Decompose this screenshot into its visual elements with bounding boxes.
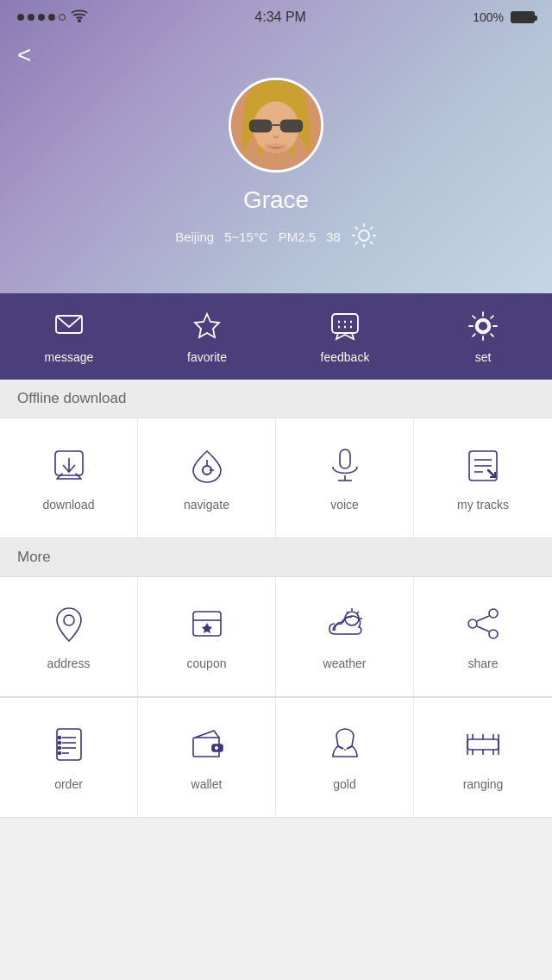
grid-item-navigate[interactable]: navigate <box>138 418 276 537</box>
svg-point-63 <box>215 746 218 750</box>
coupon-icon <box>186 603 228 644</box>
grid-item-wallet[interactable]: wallet <box>138 698 276 817</box>
grid-item-voice[interactable]: voice <box>276 418 414 537</box>
tab-feedback-label: feedback <box>321 350 370 364</box>
svg-rect-5 <box>280 119 303 132</box>
battery-icon <box>511 11 535 23</box>
temp-label: 5~15°C <box>224 229 268 244</box>
feedback-icon <box>328 309 362 343</box>
weather-icon <box>324 603 366 644</box>
svg-rect-4 <box>249 119 272 132</box>
signal-dots <box>17 14 66 21</box>
user-name: Grace <box>243 186 309 214</box>
svg-point-8 <box>359 230 369 241</box>
svg-text:$: $ <box>342 747 348 757</box>
offline-download-header: Offline download <box>0 380 552 418</box>
grid-item-ranging[interactable]: ranging <box>414 698 552 817</box>
order-icon <box>48 724 90 765</box>
svg-line-52 <box>477 626 489 631</box>
svg-rect-19 <box>332 314 358 333</box>
more-grid-row1: address coupon w <box>0 576 552 697</box>
svg-line-16 <box>355 242 358 244</box>
weather-info: Beijing 5~15°C PM2.5 38 <box>175 223 377 251</box>
svg-line-51 <box>477 616 489 621</box>
svg-point-43 <box>345 612 359 625</box>
navigate-icon <box>186 444 228 486</box>
svg-point-49 <box>489 630 498 638</box>
wallet-icon <box>186 724 228 765</box>
pm-label: PM2.5 <box>279 229 316 244</box>
voice-label: voice <box>330 498 359 512</box>
offline-download-grid: download navigate voice <box>0 418 552 538</box>
tab-favorite[interactable]: favorite <box>138 309 276 364</box>
grid-item-weather[interactable]: weather <box>276 577 414 696</box>
favorite-icon <box>190 309 224 343</box>
svg-point-48 <box>489 609 498 618</box>
svg-point-58 <box>58 737 60 739</box>
tab-set[interactable]: set <box>414 309 552 364</box>
more-grid-row2: order wallet $ gold <box>0 697 552 818</box>
svg-point-7 <box>261 142 291 155</box>
svg-rect-53 <box>57 729 81 760</box>
status-bar: 4:34 PM 100% <box>0 0 552 35</box>
tab-feedback[interactable]: feedback <box>276 309 414 364</box>
wifi-icon <box>71 9 88 26</box>
grid-item-coupon[interactable]: coupon <box>138 577 276 696</box>
svg-point-59 <box>58 742 60 744</box>
download-label: download <box>43 498 95 512</box>
tab-bar: message favorite feedback <box>0 293 552 380</box>
pm-value: 38 <box>326 229 341 244</box>
svg-line-14 <box>370 242 373 244</box>
svg-line-15 <box>370 226 373 229</box>
svg-point-50 <box>468 619 477 628</box>
signal-dot-3 <box>38 14 45 21</box>
tab-favorite-label: favorite <box>187 350 227 364</box>
status-time: 4:34 PM <box>254 9 306 25</box>
share-icon <box>462 603 504 644</box>
grid-item-download[interactable]: download <box>0 418 138 537</box>
grid-item-order[interactable]: order <box>0 698 138 817</box>
tab-message-label: message <box>45 350 94 364</box>
message-icon <box>52 309 86 343</box>
avatar <box>229 78 323 173</box>
voice-icon <box>324 444 366 486</box>
svg-point-39 <box>64 615 74 625</box>
signal-dot-1 <box>17 14 24 21</box>
grid-item-gold[interactable]: $ gold <box>276 698 414 817</box>
download-icon <box>48 444 90 486</box>
address-icon <box>48 603 90 644</box>
profile-area: < Grace Beijing 5~15°C PM2.5 38 <box>0 0 552 293</box>
svg-point-26 <box>478 321 488 331</box>
more-header: More <box>0 538 552 576</box>
gold-label: gold <box>333 777 355 791</box>
grid-item-share[interactable]: share <box>414 577 552 696</box>
back-button[interactable]: < <box>17 41 31 69</box>
battery-fill <box>512 13 533 22</box>
battery-percent: 100% <box>473 10 504 24</box>
tab-set-label: set <box>475 350 492 364</box>
wallet-label: wallet <box>191 777 223 791</box>
sun-icon <box>351 223 377 251</box>
settings-icon <box>466 309 500 343</box>
tracks-icon <box>462 444 504 486</box>
svg-rect-32 <box>340 449 350 468</box>
svg-marker-42 <box>202 623 212 633</box>
grid-item-address[interactable]: address <box>0 577 138 696</box>
signal-dot-5 <box>59 14 66 21</box>
signal-dot-2 <box>28 14 34 21</box>
svg-rect-65 <box>467 739 499 750</box>
grid-item-my-tracks[interactable]: my tracks <box>414 418 552 537</box>
svg-marker-18 <box>195 314 219 337</box>
status-left <box>17 9 88 26</box>
address-label: address <box>47 656 91 670</box>
tab-message[interactable]: message <box>0 309 138 364</box>
gold-icon: $ <box>324 724 366 765</box>
navigate-label: navigate <box>184 498 229 512</box>
svg-point-60 <box>58 747 60 750</box>
ranging-label: ranging <box>463 777 504 791</box>
city-label: Beijing <box>175 229 214 244</box>
svg-point-0 <box>78 20 80 22</box>
order-label: order <box>54 777 83 791</box>
ranging-icon <box>462 724 504 765</box>
signal-dot-4 <box>48 14 55 21</box>
